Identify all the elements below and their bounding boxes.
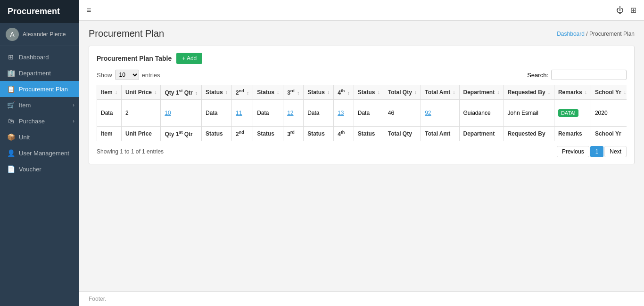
cell-department: Guiadance [459,100,504,127]
hamburger-icon[interactable]: ≡ [87,6,91,15]
sidebar-brand: Procurement [0,0,79,23]
sidebar-item-department[interactable]: 🏢 Department [0,65,79,81]
table-wrap: Item ↕ Unit Price ↕ Qty 1st Qtr ↕ Status… [97,85,627,141]
col-school-yr[interactable]: School Yr ↕ [591,85,627,100]
cell-total-qty: 46 [384,100,421,127]
col-4th[interactable]: 4th ↕ [334,85,354,100]
foot-4th: 4th [334,127,354,141]
sidebar-item-item[interactable]: 🛒 Item › [0,97,79,113]
cell-4th: 13 [334,100,354,127]
item-icon: 🛒 [7,101,15,109]
search-input[interactable] [551,70,627,80]
cell-status-1: Data [202,100,232,127]
breadcrumb: Dashboard / Procurement Plan [557,31,635,37]
topbar-right: ⏻ ⊞ [616,6,636,15]
next-page-button[interactable]: Next [604,146,627,157]
col-requested-by[interactable]: Requested By ↕ [504,85,554,100]
table-row: Data 2 10 Data 11 Data 12 Data 13 Data 4… [97,100,627,127]
sidebar-item-user-management[interactable]: 👤 User Management [0,145,79,161]
sidebar: Procurement A Alexander Pierce ⊞ Dashboa… [0,0,79,306]
sidebar-item-label: Dashboard [19,54,49,61]
sidebar-item-dashboard[interactable]: ⊞ Dashboard [0,49,79,65]
card-title: Procurement Plan Table [97,55,172,62]
chevron-right-icon: › [73,118,74,124]
entries-select[interactable]: 10 25 50 100 [115,70,139,80]
foot-total-qty: Total Qty [384,127,421,141]
foot-item: Item [97,127,122,141]
table-controls: Show 10 25 50 100 entries Search: [97,70,627,80]
footer: Footer. [79,291,644,306]
cell-status-3: Data [304,100,334,127]
pagination: Previous 1 Next [557,146,627,157]
foot-status-2: Status [253,127,283,141]
cell-school-yr: 2020 [591,100,627,127]
topbar: ≡ ⏻ ⊞ [79,0,644,21]
card-header: Procurement Plan Table + Add [97,53,627,64]
show-entries: Show 10 25 50 100 entries [97,70,160,80]
col-department[interactable]: Department ↕ [459,85,504,100]
cell-3rd: 12 [283,100,304,127]
cell-total-amt: 92 [421,100,459,127]
content: Procurement Plan Dashboard / Procurement… [79,21,644,291]
foot-requested-by: Requested By [504,127,554,141]
col-2nd[interactable]: 2nd ↕ [232,85,253,100]
col-remarks[interactable]: Remarks ↕ [554,85,591,100]
sidebar-item-purchase[interactable]: 🛍 Purchase › [0,113,79,129]
sidebar-item-label: Department [19,70,51,77]
breadcrumb-separator: / [586,31,587,37]
page-header: Procurement Plan Dashboard / Procurement… [89,28,635,39]
col-item[interactable]: Item ↕ [97,85,122,100]
grid-icon[interactable]: ⊞ [630,6,636,15]
foot-status-3: Status [304,127,334,141]
table-footer-row: Item Unit Price Qty 1st Qtr Status 2nd S… [97,127,627,141]
sidebar-item-procurement-plan[interactable]: 📋 Procurement Plan [0,81,79,97]
topbar-left: ≡ [87,6,91,15]
add-button[interactable]: + Add [176,53,202,64]
main-area: ≡ ⏻ ⊞ Procurement Plan Dashboard / Procu… [79,0,644,306]
cell-item: Data [97,100,122,127]
cell-qty-1st: 10 [161,100,202,127]
prev-page-button[interactable]: Previous [557,146,589,157]
col-3rd[interactable]: 3rd ↕ [283,85,304,100]
col-status-2[interactable]: Status ↕ [253,85,283,100]
foot-total-amt: Total Amt [421,127,459,141]
foot-remarks: Remarks [554,127,591,141]
cell-2nd: 11 [232,100,253,127]
procurement-plan-card: Procurement Plan Table + Add Show 10 25 … [89,46,635,164]
username: Alexander Pierce [23,31,66,38]
sidebar-item-label: Unit [19,134,30,141]
foot-2nd: 2nd [232,127,253,141]
foot-3rd: 3rd [283,127,304,141]
foot-department: Department [459,127,504,141]
sidebar-item-unit[interactable]: 📦 Unit [0,129,79,145]
sidebar-item-voucher[interactable]: 📄 Voucher [0,161,79,177]
show-label: Show [97,72,112,79]
col-total-amt[interactable]: Total Amt ↕ [421,85,459,100]
breadcrumb-home[interactable]: Dashboard [557,31,585,37]
power-icon[interactable]: ⏻ [616,6,624,15]
col-status-4[interactable]: Status ↕ [354,85,384,100]
purchase-icon: 🛍 [7,117,15,125]
col-qty-1st[interactable]: Qty 1st Qtr ↕ [161,85,202,100]
search-label: Search: [527,72,548,79]
footer-text: Footer. [89,296,106,302]
foot-school-yr: School Yr [591,127,627,141]
page-1-button[interactable]: 1 [590,146,604,157]
table-footer: Showing 1 to 1 of 1 entries Previous 1 N… [97,146,627,157]
department-icon: 🏢 [7,69,15,77]
cell-status-2: Data [253,100,283,127]
col-unit-price[interactable]: Unit Price ↕ [122,85,161,100]
showing-entries: Showing 1 to 1 of 1 entries [97,148,164,155]
sidebar-item-label: Voucher [19,166,41,173]
cell-requested-by: John Esmail [504,100,554,127]
col-total-qty[interactable]: Total Qty ↕ [384,85,421,100]
chevron-right-icon: › [73,102,74,108]
foot-status-1: Status [202,127,232,141]
sidebar-nav: ⊞ Dashboard 🏢 Department 📋 Procurement P… [0,46,79,306]
col-status-3[interactable]: Status ↕ [304,85,334,100]
col-status-1[interactable]: Status ↕ [202,85,232,100]
page-title: Procurement Plan [89,28,164,39]
entries-label: entries [142,72,160,79]
foot-unit-price: Unit Price [122,127,161,141]
sidebar-item-label: Procurement Plan [19,86,68,93]
